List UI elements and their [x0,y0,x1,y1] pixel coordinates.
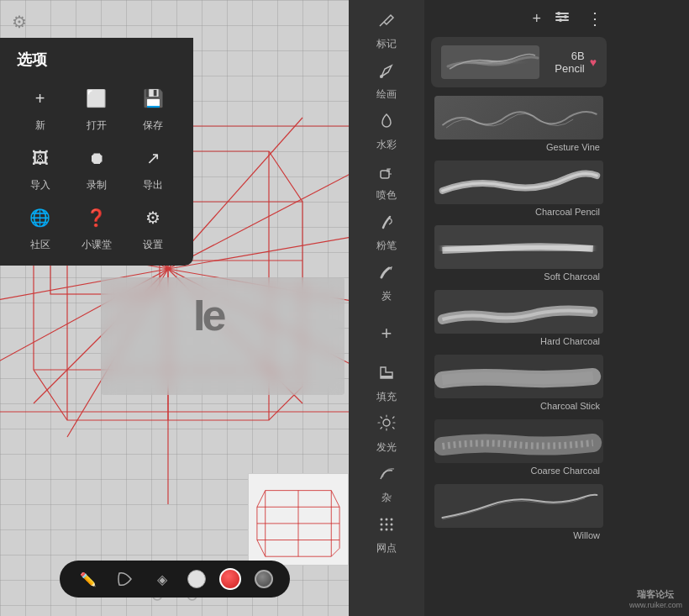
tool-glow[interactable]: 发光 [353,410,420,459]
svg-point-37 [383,419,390,426]
chalk-icon [377,213,396,235]
svg-point-51 [564,15,567,18]
charcoal-pencil-preview [434,161,603,204]
brush-item-charcoal-pencil[interactable]: Charcoal Pencil [429,157,608,220]
plus-icon: + [381,323,392,345]
brush-panel-header: + ⋮ [424,0,613,37]
new-label: 新 [35,118,45,133]
mark-label: 标记 [376,37,397,51]
color-white-button[interactable] [187,570,206,588]
new-icon: + [24,82,57,115]
svg-point-41 [381,524,383,526]
options-item-community[interactable]: 🌐 社区 [13,201,66,252]
active-brush-preview [441,45,539,79]
import-label: 导入 [30,178,50,192]
settings-label: 设置 [143,238,163,252]
open-label: 打开 [87,118,107,133]
brush-item-hard-charcoal[interactable]: Hard Charcoal [429,287,608,350]
options-item-save[interactable]: 💾 保存 [127,82,180,133]
chalk-label: 粉笔 [376,239,397,253]
pencil-tool-button[interactable]: ✏️ [76,567,100,591]
brush-more-button[interactable]: ⋮ [586,8,603,29]
blur-text-ie: Ie [193,290,223,340]
tools-panel: 标记 绘画 水彩 喷色 粉笔 炭 + [349,0,424,616]
watermark: 瑞客论坛 www.ruiker.com [629,588,682,609]
selection-tool-button[interactable] [113,567,137,591]
mark-icon [377,11,396,34]
svg-line-8 [168,168,349,269]
export-label: 导出 [143,178,163,192]
options-item-tutorial[interactable]: ❓ 小课堂 [70,201,123,252]
brush-item-charcoal-stick[interactable]: Charcoal Stick [429,351,608,414]
tool-dots[interactable]: 网点 [353,511,420,560]
options-item-import[interactable]: 🖼 导入 [13,141,66,192]
color-red-button[interactable] [219,568,241,590]
record-icon: ⏺ [80,141,113,175]
tool-chalk[interactable]: 粉笔 [353,208,420,257]
brush-list: Gesture Vine Charcoal Pencil Soft Cha [424,92,613,616]
add-brush-button[interactable]: + [532,10,541,28]
paint-icon [377,61,396,84]
charcoal-stick-preview [434,355,603,398]
options-grid: + 新 ⬜ 打开 💾 保存 🖼 导入 ⏺ 录制 ↗ 导出 [13,82,180,252]
brush-settings-button[interactable] [555,9,570,29]
options-menu: 选项 + 新 ⬜ 打开 💾 保存 🖼 导入 ⏺ 录制 [0,38,193,266]
tool-paint[interactable]: 绘画 [353,57,420,106]
svg-rect-36 [381,376,392,378]
tool-spray[interactable]: 喷色 [353,158,420,207]
bottom-toolbar-container: ↺ ✏️ ◈ ↻ [0,586,349,606]
svg-line-9 [168,235,349,269]
brush-item-gesture-vine[interactable]: Gesture Vine [429,92,608,155]
tool-plus[interactable]: + [353,309,420,358]
options-item-new[interactable]: + 新 [13,82,66,133]
community-label: 社区 [30,238,50,252]
options-item-export[interactable]: ↗ 导出 [127,141,180,192]
svg-point-52 [559,18,562,22]
tool-fill[interactable]: 填充 [353,360,420,408]
active-brush-row[interactable]: 6B Pencil ♥ [431,37,607,87]
brush-panel: + ⋮ 6B Pencil ♥ [424,0,613,616]
options-item-record[interactable]: ⏺ 录制 [70,141,123,192]
brush-item-willow[interactable]: Willow [429,481,608,544]
fill-label: 填充 [376,390,397,404]
tool-charcoal[interactable]: 炭 [353,259,420,308]
options-item-open[interactable]: ⬜ 打开 [70,82,123,133]
hard-charcoal-preview [434,290,603,334]
bottom-toolbar: ✏️ ◈ [60,561,290,598]
soft-charcoal-name: Soft Charcoal [434,271,603,282]
fill-tool-button[interactable]: ◈ [150,567,174,591]
svg-point-40 [391,519,393,521]
misc-label: 杂 [381,491,392,505]
svg-point-42 [386,524,388,526]
community-icon: 🌐 [24,201,57,234]
paint-label: 绘画 [376,87,397,102]
charcoal-label: 炭 [381,289,392,303]
watercolor-icon [377,112,396,134]
options-item-settings[interactable]: ⚙ 设置 [127,201,180,252]
charcoal-icon [377,263,396,286]
brush-item-coarse-charcoal[interactable]: Coarse Charcoal [429,416,608,479]
tool-mark[interactable]: 标记 [353,7,420,55]
color-gray-button[interactable] [255,570,273,588]
gesture-vine-name: Gesture Vine [434,142,603,152]
gear-icon[interactable]: ⚙ [12,12,27,32]
import-icon: 🖼 [24,141,57,175]
tool-watercolor[interactable]: 水彩 [353,108,420,156]
record-label: 录制 [87,178,107,192]
watercolor-label: 水彩 [376,138,397,152]
save-icon: 💾 [136,82,170,115]
svg-point-39 [386,519,388,521]
watermark-line1: 瑞客论坛 [629,588,682,601]
spray-icon [377,162,396,185]
svg-point-46 [391,529,393,531]
svg-point-50 [557,12,560,15]
canvas-area: Ie ⚙ 选项 + 新 [0,0,349,616]
tool-misc[interactable]: 杂 [353,461,420,509]
willow-name: Willow [434,530,603,540]
charcoal-stick-name: Charcoal Stick [434,401,603,411]
coarse-charcoal-name: Coarse Charcoal [434,466,603,476]
canvas-thumbnail [248,473,349,566]
glow-icon [377,414,396,437]
dots-icon [377,515,396,538]
brush-item-soft-charcoal[interactable]: Soft Charcoal [429,222,608,285]
